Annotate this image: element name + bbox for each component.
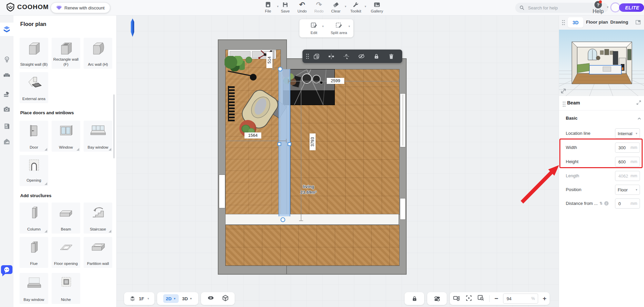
- position-select[interactable]: Floor ▾: [615, 185, 640, 195]
- panel-item-partition-wall[interactable]: Partition wall: [84, 237, 112, 268]
- file-menu[interactable]: ▾ File: [260, 1, 276, 13]
- panel-item-bay-window[interactable]: Bay window: [84, 121, 112, 152]
- swap-reference-icon[interactable]: ⇅: [599, 201, 603, 206]
- coohom-logo[interactable]: COOHOM: [6, 3, 49, 11]
- panel-item-door[interactable]: Door: [20, 121, 48, 152]
- rail-lighting-tool[interactable]: [0, 53, 13, 66]
- balcony-handle[interactable]: [281, 217, 285, 222]
- float-window-icon[interactable]: [636, 20, 641, 25]
- search-input[interactable]: [527, 5, 593, 11]
- collapse-chevron-icon[interactable]: [62, 110, 66, 115]
- collapse-chevron-icon[interactable]: [39, 192, 43, 197]
- panel-scrollbar[interactable]: [113, 94, 115, 158]
- window-right-lower[interactable]: [400, 198, 406, 220]
- panel-item-external-area[interactable]: External area: [20, 72, 48, 103]
- rail-boards-tool[interactable]: [0, 303, 13, 307]
- delete-button[interactable]: [384, 50, 399, 63]
- preview-3d[interactable]: [559, 30, 644, 96]
- panel-item-floor-opening[interactable]: Floor opening: [52, 237, 80, 268]
- mode-3d-caret-icon: ▼: [189, 297, 192, 300]
- radiator-object[interactable]: [228, 86, 235, 121]
- split-area-button[interactable]: ▾ Split area: [328, 22, 349, 35]
- panel-item-rectangle-wall[interactable]: Rectangle wall (F): [52, 38, 80, 69]
- visibility-button[interactable]: [207, 294, 214, 303]
- collapse-chevron-icon[interactable]: [637, 117, 641, 121]
- plan-badge[interactable]: ELITE: [619, 3, 644, 12]
- window-right-upper[interactable]: [400, 93, 406, 147]
- help-menu[interactable]: ? Help: [591, 1, 606, 14]
- mode-2d-button[interactable]: 2D ▼: [163, 294, 179, 303]
- width-input[interactable]: [618, 145, 631, 151]
- zoom-out-button[interactable]: −: [494, 295, 498, 302]
- panel-item-opening[interactable]: Opening: [20, 155, 48, 186]
- hide-button[interactable]: [354, 50, 369, 63]
- align-center-button[interactable]: [324, 50, 339, 63]
- flip-button[interactable]: [339, 50, 354, 63]
- rail-customize-tool[interactable]: [0, 88, 13, 101]
- mode-3d-button[interactable]: 3D ▼: [182, 296, 192, 301]
- info-icon[interactable]: i: [604, 201, 609, 206]
- panel-item-beam[interactable]: Beam: [52, 203, 80, 234]
- rail-floorplan-tool[interactable]: [0, 23, 13, 36]
- lock-view-button[interactable]: [405, 292, 424, 305]
- locator-pin-icon[interactable]: [129, 19, 136, 37]
- floor-lamp-object[interactable]: [227, 69, 258, 83]
- chat-support-button[interactable]: [1, 265, 12, 278]
- section-structures[interactable]: Add structures: [20, 193, 51, 198]
- orbit-view-button[interactable]: [222, 295, 229, 303]
- duplicate-button[interactable]: [309, 50, 324, 63]
- clear-menu[interactable]: ▾ Clear: [327, 1, 344, 13]
- door-left-wall[interactable]: [219, 175, 225, 208]
- distance-input[interactable]: [618, 201, 631, 207]
- zoom-in-button[interactable]: +: [543, 295, 547, 302]
- section-doors-windows[interactable]: Place doors and windows: [20, 110, 74, 115]
- expand-panel-icon[interactable]: [637, 100, 641, 105]
- panel-item-flue[interactable]: Flue: [20, 237, 48, 268]
- zoom-area-button[interactable]: [477, 294, 485, 303]
- distance-field[interactable]: mm: [615, 198, 640, 209]
- drag-handle-icon[interactable]: [562, 20, 565, 26]
- panel-item-column[interactable]: Column: [20, 203, 48, 234]
- location-line-select[interactable]: Internal ▾: [615, 128, 640, 139]
- edit-icon: [311, 22, 317, 29]
- panel-item-straight-wall[interactable]: Straight wall (B): [20, 38, 48, 69]
- tab-3d[interactable]: 3D: [568, 17, 583, 28]
- zoom-input[interactable]: [506, 296, 519, 302]
- panel-item-window[interactable]: Window: [52, 121, 80, 152]
- beam-handle-right[interactable]: [288, 142, 291, 146]
- drag-handle-icon[interactable]: [306, 53, 309, 59]
- walkthrough-button[interactable]: [453, 294, 461, 303]
- rail-furniture-tool[interactable]: [0, 68, 13, 82]
- rail-render-tool[interactable]: [0, 102, 13, 116]
- balcony-strip[interactable]: [225, 214, 399, 225]
- tab-drawing[interactable]: Drawing: [610, 20, 628, 25]
- lock-button[interactable]: [369, 50, 384, 63]
- room-floor-bottom[interactable]: [225, 225, 400, 266]
- redo-menu[interactable]: ↷ Redo: [311, 1, 327, 13]
- floor-selector[interactable]: 1F ▾: [124, 292, 154, 305]
- height-input[interactable]: [618, 159, 631, 165]
- beam-handle-left[interactable]: [277, 142, 281, 146]
- renew-button[interactable]: Renew with discount: [51, 2, 110, 13]
- rail-drawings-tool[interactable]: [0, 119, 13, 133]
- panel-item-arc-wall[interactable]: Arc wall (H): [84, 38, 112, 69]
- resize-preview-icon[interactable]: [561, 88, 566, 94]
- gallery-menu[interactable]: Gallery: [369, 1, 385, 13]
- zoom-level-box[interactable]: %: [503, 294, 538, 304]
- plant-small[interactable]: [245, 57, 252, 63]
- toolkit-menu[interactable]: ▾ Toolkit: [347, 1, 364, 13]
- undo-menu[interactable]: ↶ Undo: [294, 1, 311, 13]
- center-view-button[interactable]: [465, 295, 472, 303]
- tab-floor-plan[interactable]: Floor plan: [586, 20, 608, 25]
- panel-item-staircase[interactable]: Staircase: [84, 203, 112, 234]
- height-field[interactable]: mm: [615, 157, 640, 167]
- panel-item-bay-window-structure[interactable]: Bay window: [20, 273, 48, 304]
- width-field[interactable]: mm: [615, 143, 640, 153]
- display-settings-button[interactable]: [427, 292, 447, 305]
- edit-button[interactable]: ▾ Edit: [303, 22, 324, 35]
- panel-item-niche[interactable]: Niche: [52, 273, 80, 304]
- rail-projects-tool[interactable]: [0, 135, 13, 148]
- beam-handle-top[interactable]: [278, 67, 283, 71]
- save-menu[interactable]: Save: [277, 1, 294, 13]
- drag-handle-icon[interactable]: [562, 101, 565, 107]
